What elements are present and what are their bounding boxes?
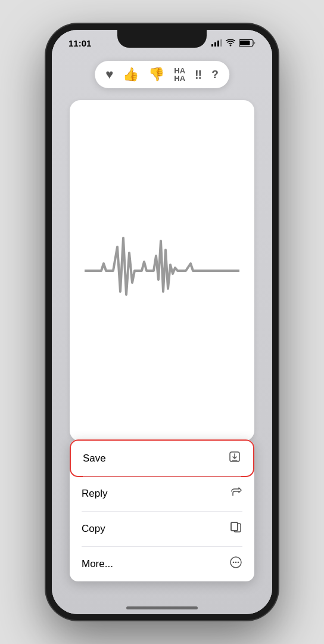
reaction-exclaim[interactable]: ‼ xyxy=(195,68,202,82)
battery-icon xyxy=(239,39,256,47)
message-bubble xyxy=(70,100,254,441)
svg-rect-0 xyxy=(211,44,213,47)
svg-rect-2 xyxy=(217,41,219,47)
reply-label: Reply xyxy=(82,488,107,500)
save-menu-item[interactable]: Save xyxy=(70,439,254,477)
reaction-thumbsdown[interactable]: 👎 xyxy=(148,67,164,82)
waveform-icon xyxy=(85,235,239,306)
screen: 11:01 xyxy=(52,30,272,614)
more-icon xyxy=(229,556,242,572)
svg-point-12 xyxy=(233,562,235,564)
reaction-question[interactable]: ? xyxy=(211,68,219,81)
status-icons xyxy=(211,39,256,47)
signal-icon xyxy=(211,39,222,47)
copy-icon xyxy=(229,521,242,537)
reply-icon xyxy=(229,485,242,501)
reaction-haha[interactable]: HAHA xyxy=(174,67,185,82)
svg-rect-3 xyxy=(220,39,222,47)
reply-menu-item[interactable]: Reply xyxy=(70,476,254,511)
reaction-bar: ♥ 👍 👎 HAHA ‼ ? xyxy=(95,61,229,88)
context-menu: Save Reply xyxy=(70,439,254,581)
reaction-heart[interactable]: ♥ xyxy=(105,67,113,82)
more-label: More... xyxy=(82,558,113,570)
home-indicator xyxy=(126,606,198,609)
notch xyxy=(117,30,207,48)
wifi-icon xyxy=(226,39,235,47)
copy-menu-item[interactable]: Copy xyxy=(70,511,254,546)
svg-rect-6 xyxy=(240,41,250,45)
save-icon xyxy=(228,450,241,466)
copy-label: Copy xyxy=(82,523,105,535)
more-menu-item[interactable]: More... xyxy=(70,546,254,581)
svg-point-13 xyxy=(235,562,237,564)
reaction-thumbsup[interactable]: 👍 xyxy=(123,67,139,82)
svg-point-4 xyxy=(230,45,232,47)
save-label: Save xyxy=(83,453,106,465)
svg-rect-9 xyxy=(231,522,238,531)
svg-point-14 xyxy=(238,562,239,564)
status-time: 11:01 xyxy=(68,38,91,48)
phone-frame: 11:01 xyxy=(46,24,278,620)
svg-rect-1 xyxy=(214,42,216,47)
